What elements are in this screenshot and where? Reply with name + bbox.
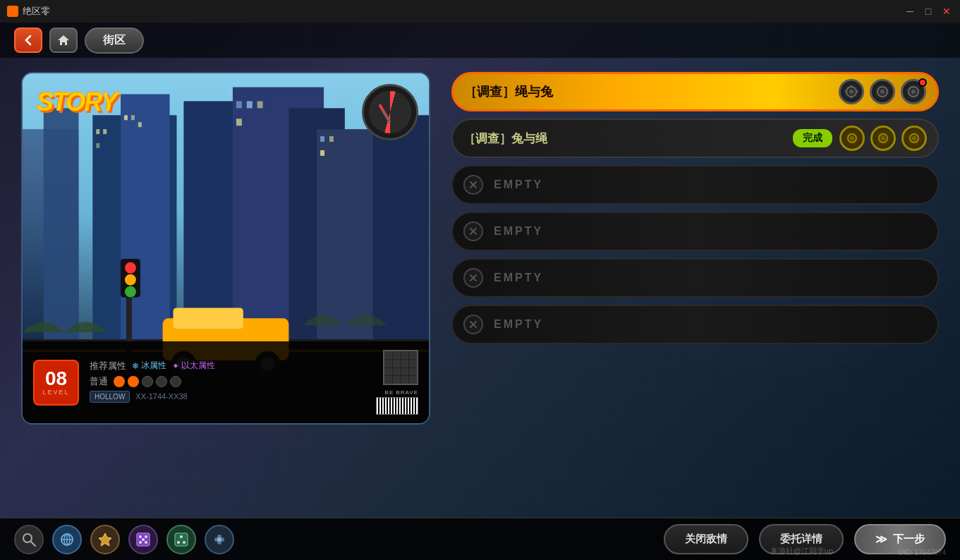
search-button[interactable] bbox=[14, 525, 44, 554]
empty-x-icon-1 bbox=[463, 175, 483, 195]
difficulty-dots bbox=[114, 376, 181, 387]
story-card: STORY 08 LEVEL 推荐属性 bbox=[21, 72, 430, 425]
svg-point-40 bbox=[849, 90, 853, 94]
uid-text: UID: 17647074 bbox=[899, 549, 946, 556]
dot-2 bbox=[128, 376, 139, 387]
dot-4 bbox=[156, 376, 167, 387]
svg-point-71 bbox=[139, 535, 142, 538]
svg-point-72 bbox=[145, 535, 147, 538]
svg-rect-17 bbox=[131, 115, 135, 120]
app-icon bbox=[7, 6, 18, 17]
barcode bbox=[376, 397, 418, 415]
svg-rect-23 bbox=[320, 136, 324, 142]
svg-rect-20 bbox=[247, 101, 253, 108]
quest-active-text: ［调查］绳与兔 bbox=[464, 83, 553, 100]
dice2-button[interactable] bbox=[166, 525, 196, 554]
star-button[interactable] bbox=[90, 525, 120, 554]
svg-rect-25 bbox=[320, 150, 324, 156]
watermark: 来游社@江同学up bbox=[770, 546, 833, 556]
svg-point-54 bbox=[912, 136, 916, 140]
next-button-label: 下一步 bbox=[893, 532, 925, 546]
attr-row: 推荐属性 ❄ 冰属性 ✦ 以太属性 bbox=[90, 360, 365, 372]
svg-point-84 bbox=[217, 537, 221, 542]
svg-point-46 bbox=[880, 90, 885, 94]
quest-empty-3[interactable]: EMPTY bbox=[451, 258, 939, 298]
compass-needle bbox=[378, 104, 391, 123]
quest-empty-1[interactable]: EMPTY bbox=[451, 165, 939, 205]
svg-point-75 bbox=[142, 538, 145, 541]
ice-attr: ❄ 冰属性 bbox=[132, 360, 166, 372]
svg-point-74 bbox=[145, 541, 147, 544]
brave-label: BE BRAVE bbox=[385, 389, 418, 396]
svg-point-52 bbox=[881, 136, 885, 140]
compass-widget bbox=[362, 84, 418, 140]
back-button[interactable] bbox=[14, 28, 42, 53]
window-controls[interactable]: ─ □ ✕ bbox=[904, 5, 953, 18]
empty-text-3: EMPTY bbox=[494, 272, 543, 284]
card-info: 08 LEVEL 推荐属性 ❄ 冰属性 ✦ 以太属性 bbox=[23, 341, 429, 423]
completed-badge: 完成 bbox=[793, 129, 832, 147]
card-details: 推荐属性 ❄ 冰属性 ✦ 以太属性 普通 bbox=[90, 360, 365, 406]
quest-active-icons bbox=[839, 79, 926, 104]
quest-completed[interactable]: ［调查］兔与绳 完成 bbox=[451, 118, 939, 158]
window-title: 绝区零 bbox=[23, 5, 50, 18]
plus-icon: ✦ bbox=[172, 361, 179, 371]
brave-section: BE BRAVE bbox=[376, 389, 418, 415]
empty-text-2: EMPTY bbox=[494, 225, 543, 238]
svg-point-31 bbox=[125, 274, 136, 286]
hollow-row: HOLLOW XX-1744-XX38 bbox=[90, 391, 365, 403]
difficulty-label: 普通 bbox=[90, 375, 108, 388]
quest-active[interactable]: ［调查］绳与兔 bbox=[451, 72, 939, 111]
svg-point-48 bbox=[911, 90, 916, 94]
empty-x-icon-4 bbox=[463, 315, 483, 334]
svg-rect-15 bbox=[96, 143, 99, 148]
quest-completed-icons bbox=[839, 126, 927, 151]
next-arrows-icon: ≫ bbox=[875, 532, 887, 546]
hollow-badge: HOLLOW bbox=[90, 391, 130, 403]
svg-point-73 bbox=[139, 541, 142, 544]
completed-icon-2 bbox=[870, 126, 896, 151]
ether-attr: ✦ 以太属性 bbox=[172, 360, 215, 372]
notification-dot bbox=[918, 78, 927, 87]
svg-rect-34 bbox=[174, 308, 243, 329]
title-bar: 绝区零 ─ □ ✕ bbox=[0, 0, 960, 23]
quest-empty-4[interactable]: EMPTY bbox=[451, 305, 939, 344]
dice1-button[interactable] bbox=[128, 525, 158, 554]
svg-point-50 bbox=[850, 136, 854, 140]
snowflake-icon: ❄ bbox=[132, 361, 139, 371]
globe-button[interactable] bbox=[52, 525, 82, 554]
home-button[interactable] bbox=[49, 28, 78, 53]
level-badge: 08 LEVEL bbox=[33, 360, 79, 406]
svg-rect-14 bbox=[103, 129, 107, 134]
bottom-icons bbox=[14, 525, 234, 554]
completed-icon-1 bbox=[839, 126, 865, 151]
flower-button[interactable] bbox=[205, 525, 234, 554]
close-button[interactable]: ✕ bbox=[940, 5, 953, 18]
quest-empty-2[interactable]: EMPTY bbox=[451, 212, 939, 251]
svg-rect-19 bbox=[236, 101, 242, 108]
nav-bar: 街区 bbox=[0, 23, 960, 58]
close-enemy-button[interactable]: 关闭敌情 bbox=[664, 524, 748, 554]
quest-completed-text: ［调查］兔与绳 bbox=[463, 130, 547, 147]
dot-1 bbox=[114, 376, 125, 387]
svg-rect-18 bbox=[138, 122, 142, 127]
empty-text-4: EMPTY bbox=[494, 318, 543, 331]
right-panel: ［调查］绳与兔 bbox=[451, 72, 939, 504]
left-panel: STORY 08 LEVEL 推荐属性 bbox=[21, 72, 430, 504]
svg-point-78 bbox=[177, 541, 180, 544]
empty-x-icon-3 bbox=[463, 268, 483, 288]
hollow-id: XX-1744-XX38 bbox=[135, 392, 187, 401]
minimize-button[interactable]: ─ bbox=[904, 5, 916, 18]
dot-3 bbox=[142, 376, 153, 387]
svg-rect-5 bbox=[44, 108, 79, 374]
difficulty-row: 普通 bbox=[90, 375, 365, 388]
story-logo: STORY bbox=[37, 87, 116, 117]
svg-point-77 bbox=[180, 535, 183, 538]
quest-completed-right: 完成 bbox=[793, 126, 927, 151]
svg-marker-69 bbox=[99, 533, 111, 546]
svg-point-63 bbox=[23, 534, 32, 542]
svg-rect-16 bbox=[124, 115, 128, 120]
maximize-button[interactable]: □ bbox=[922, 5, 935, 18]
grid-pattern bbox=[383, 350, 418, 385]
svg-rect-13 bbox=[96, 129, 99, 134]
